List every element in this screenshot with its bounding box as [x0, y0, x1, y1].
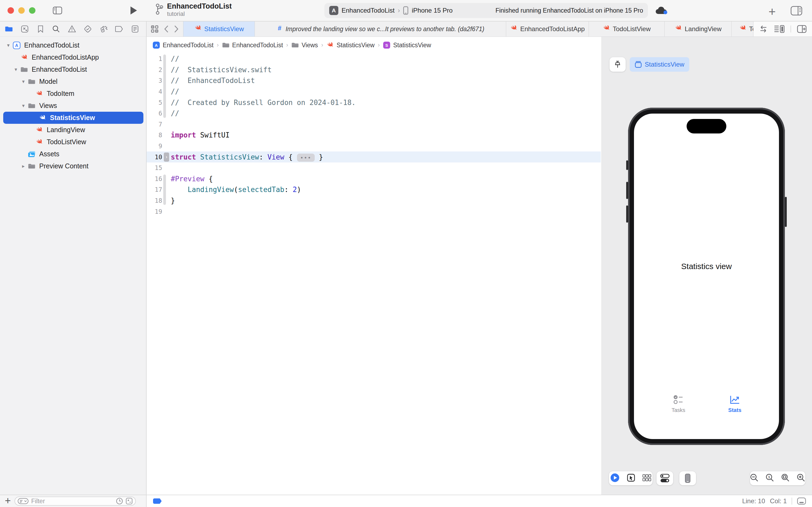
code-line-8[interactable]: 8import SwiftUI: [147, 130, 601, 141]
source-control-icon[interactable]: [21, 25, 29, 33]
filter-field[interactable]: Filter: [14, 497, 136, 506]
device-tab-label: Tasks: [672, 407, 685, 413]
device-tab-tasks[interactable]: Tasks: [672, 395, 685, 413]
code-line-6[interactable]: 6//: [147, 108, 601, 119]
recent-files-clock-icon[interactable]: [116, 498, 123, 505]
selectable-pointer-icon[interactable]: [627, 473, 635, 483]
folder-icon: [27, 162, 36, 171]
code-line-18[interactable]: 18}: [147, 195, 601, 206]
tab-todolistview[interactable]: TodoListView: [589, 21, 664, 37]
zoom-out-icon[interactable]: [750, 473, 759, 484]
back-chevron-icon[interactable]: [164, 25, 169, 33]
file-tree-item-assets[interactable]: Assets: [0, 148, 147, 160]
xcode-cloud-icon[interactable]: [655, 6, 668, 15]
filter-menu-icon[interactable]: [18, 498, 28, 504]
code-line-9[interactable]: 9: [147, 141, 601, 152]
breadcrumb-item-statisticsview[interactable]: StatisticsView: [326, 41, 374, 49]
file-tree-item-todoitem[interactable]: TodoItem: [0, 88, 147, 100]
tab-landingview[interactable]: LandingView: [664, 21, 732, 37]
code-line-19[interactable]: 19: [147, 206, 601, 217]
disclosure-triangle-icon[interactable]: ▸: [19, 163, 27, 169]
scheme-selector[interactable]: A EnhancedTodoList › iPhone 15 Pro Finis…: [325, 3, 648, 18]
code-line-4[interactable]: 4//: [147, 86, 601, 97]
file-tree-item-preview-content[interactable]: ▸Preview Content: [0, 160, 147, 172]
file-tree-item-landingview[interactable]: LandingView: [0, 124, 147, 136]
issues-icon[interactable]: [68, 25, 76, 33]
preview-target-chip[interactable]: StatisticsView: [630, 57, 689, 72]
breakpoint-indicator[interactable]: [153, 498, 162, 504]
bookmarks-icon[interactable]: [37, 25, 45, 33]
add-editor-icon[interactable]: [797, 25, 807, 33]
forward-chevron-icon[interactable]: [174, 25, 179, 33]
add-file-button[interactable]: +: [5, 495, 11, 506]
minimap-toggle-icon[interactable]: [797, 497, 806, 505]
scheme-destination[interactable]: iPhone 15 Pro: [412, 7, 453, 14]
code-line-10[interactable]: 10›struct StatisticsView: View { ••• }: [147, 152, 601, 163]
zoom-fit-icon[interactable]: [781, 473, 790, 484]
project-navigator-icon[interactable]: [5, 25, 13, 33]
fold-chevron-icon[interactable]: ›: [164, 153, 169, 162]
add-tab-button[interactable]: +: [768, 4, 776, 19]
tab-label: Improved the landing view so we c...It p…: [285, 25, 484, 33]
stats-chart-icon: [730, 395, 740, 405]
file-tree-item-label: EnhancedTodoList: [32, 65, 87, 73]
disclosure-triangle-icon[interactable]: ▾: [12, 66, 20, 72]
scm-status-filter-icon[interactable]: [126, 498, 133, 505]
minimize-button[interactable]: [18, 7, 25, 14]
breadcrumb-item-statisticsview[interactable]: SStatisticsView: [383, 41, 431, 49]
code-line-17[interactable]: 17 LandingView(selectedTab: 2): [147, 184, 601, 195]
source-editor[interactable]: 1//2// StatisticsView.swift3// EnhancedT…: [147, 53, 601, 495]
disclosure-triangle-icon[interactable]: ▾: [19, 78, 27, 84]
run-button[interactable]: [129, 6, 137, 15]
tab-toc[interactable]: Toc: [732, 21, 753, 37]
preview-target-label: StatisticsView: [645, 61, 685, 68]
code-text: }: [171, 196, 175, 205]
zoom-100-icon[interactable]: 1: [765, 473, 774, 484]
file-tree-item-views[interactable]: ▾Views: [0, 100, 147, 112]
editor-options-icon[interactable]: [774, 25, 785, 33]
tab-enhancedtodolistapp[interactable]: EnhancedTodoListApp: [506, 21, 589, 37]
code-line-15[interactable]: 15: [147, 163, 601, 173]
file-tree-item-enhancedtodolist[interactable]: ▾AEnhancedTodoList: [0, 39, 147, 51]
inspector-toggle-icon[interactable]: [791, 6, 802, 15]
device-settings-button[interactable]: [656, 471, 673, 485]
s-badge-icon: S: [383, 41, 391, 49]
related-items-grid-icon[interactable]: [151, 25, 159, 33]
breadcrumb-item-views[interactable]: Views: [291, 42, 318, 49]
breadcrumb-item-enhancedtodolist[interactable]: EnhancedTodoList: [222, 42, 283, 49]
tab-improved[interactable]: #Improved the landing view so we c...It …: [255, 21, 506, 37]
file-tree-item-statisticsview[interactable]: StatisticsView: [3, 112, 143, 124]
file-tree-item-model[interactable]: ▾Model: [0, 75, 147, 88]
code-line-5[interactable]: 5// Created by Russell Gordon on 2024-01…: [147, 97, 601, 108]
tab-statisticsview[interactable]: StatisticsView: [183, 21, 255, 37]
debug-icon[interactable]: [100, 25, 108, 33]
breakpoints-icon[interactable]: [115, 25, 123, 33]
disclosure-triangle-icon[interactable]: ▾: [4, 42, 12, 48]
disclosure-triangle-icon[interactable]: ▾: [19, 103, 27, 109]
variants-grid-icon[interactable]: [642, 474, 651, 483]
zoom-in-icon[interactable]: [797, 473, 806, 484]
zoom-button[interactable]: [29, 7, 36, 14]
file-tree-item-todolistview[interactable]: TodoListView: [0, 136, 147, 148]
code-line-16[interactable]: 16#Preview {: [147, 173, 601, 184]
close-button[interactable]: [7, 7, 14, 14]
live-preview-play-icon[interactable]: [610, 473, 620, 484]
folded-code-pill[interactable]: •••: [297, 154, 315, 162]
device-selector-button[interactable]: [679, 471, 696, 485]
tests-icon[interactable]: [84, 25, 92, 33]
code-line-3[interactable]: 3// EnhancedTodoList: [147, 75, 601, 86]
scheme-project[interactable]: EnhancedTodoList: [342, 7, 395, 14]
code-line-1[interactable]: 1//: [147, 53, 601, 64]
code-review-icon[interactable]: [759, 25, 768, 33]
file-tree-item-enhancedtodolistapp[interactable]: EnhancedTodoListApp: [0, 51, 147, 63]
device-tab-stats[interactable]: Stats: [728, 395, 741, 413]
sidebar-toggle-icon[interactable]: [53, 6, 62, 14]
find-icon[interactable]: [52, 25, 60, 33]
code-line-2[interactable]: 2// StatisticsView.swift: [147, 64, 601, 75]
code-fold-indicator[interactable]: ›: [162, 153, 171, 162]
code-line-7[interactable]: 7: [147, 119, 601, 130]
reports-icon[interactable]: [131, 25, 139, 33]
breadcrumb-item-enhancedtodolist[interactable]: AEnhancedTodoList: [153, 41, 214, 49]
file-tree-item-enhancedtodolist[interactable]: ▾EnhancedTodoList: [0, 63, 147, 75]
pin-preview-button[interactable]: [610, 57, 626, 72]
